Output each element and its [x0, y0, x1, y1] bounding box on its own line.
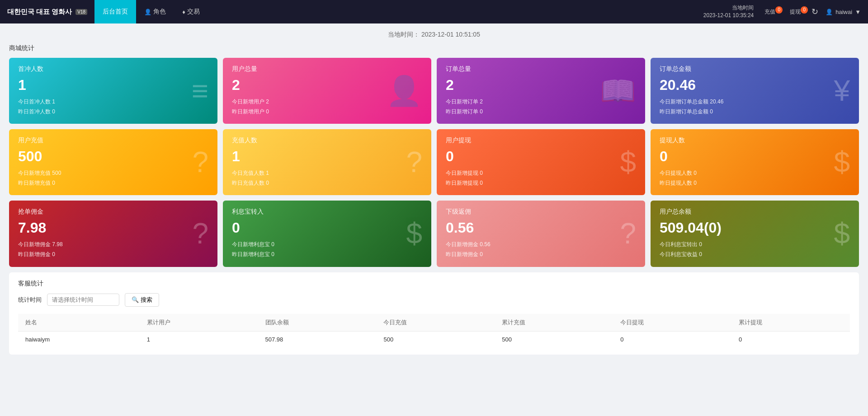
card-sub-order-amount: 今日新增订单总金额 20.46 昨日新增订单总金额 0 — [660, 97, 850, 117]
brand-name: 대한민국 대표 영화사 — [7, 8, 72, 16]
recharge-label: 充值 — [764, 8, 775, 16]
cs-table-header-cell: 今日提现 — [613, 314, 731, 332]
stat-cards-grid: 首冲人数 1 今日首冲人数 1 昨日首冲人数 0 ≡ 用户总量 2 今日新增用户… — [9, 58, 859, 267]
card-sub-lower-rebate: 今日新增佣金 0.56 昨日新增佣金 0 — [446, 240, 636, 259]
username: haiwai — [835, 9, 852, 15]
card-icon-user-withdraw: $ — [620, 145, 636, 179]
stat-card-recharge-count: 充值人数 1 今日充值人数 1 昨日充值人数 0 ? — [223, 129, 431, 195]
card-icon-total-users: 👤 — [386, 74, 422, 108]
cs-table-cell: 507.98 — [258, 331, 377, 347]
card-title-interest-transfer: 利息宝转入 — [232, 208, 422, 216]
card-icon-user-recharge: ? — [192, 145, 208, 179]
stat-card-total-orders: 订单总量 2 今日新增订单 2 昨日新增订单 0 📖 — [437, 58, 645, 124]
recharge-action[interactable]: 0 充值 — [761, 8, 779, 16]
stat-card-total-users: 用户总量 2 今日新增用户 2 昨日新增用户 0 👤 — [223, 58, 431, 124]
nav-item-dashboard[interactable]: 后台首页 — [94, 0, 136, 23]
cs-table-row: haiwaiym1507.9850050000 — [18, 331, 850, 347]
stat-card-withdraw-count: 提现人数 0 今日提现人数 0 昨日提现人数 0 $ — [651, 129, 859, 195]
cs-table-header-cell: 团队余额 — [258, 314, 377, 332]
card-value-lower-rebate: 0.56 — [446, 220, 636, 236]
stat-card-order-amount: 订单总金额 20.46 今日新增订单总金额 20.46 昨日新增订单总金额 0 … — [651, 58, 859, 124]
cs-table-head: 姓名累计用户团队余额今日充值累计充值今日提现累计提现 — [18, 314, 850, 332]
cs-table-cell: 0 — [731, 331, 850, 347]
card-value-recharge-count: 1 — [232, 148, 422, 165]
card-sub-grab-commission: 今日新增佣金 7.98 昨日新增佣金 0 — [18, 240, 208, 259]
user-info[interactable]: 👤 haiwai ▼ — [826, 9, 861, 15]
cs-controls: 统计时间 🔍 搜索 — [18, 293, 850, 307]
withdraw-action[interactable]: 0 提现 — [786, 8, 804, 16]
cs-table: 姓名累计用户团队余额今日充值累计充值今日提现累计提现 haiwaiym1507.… — [18, 314, 850, 347]
main-content: 当地时间： 2023-12-01 10:51:05 商城统计 首冲人数 1 今日… — [0, 23, 868, 362]
card-title-total-orders: 订单总量 — [446, 65, 636, 73]
card-value-first-charge: 1 — [18, 77, 208, 93]
stat-card-lower-rebate: 下级返佣 0.56 今日新增佣金 0.56 昨日新增佣金 0 ? — [437, 201, 645, 266]
card-title-user-withdraw: 用户提现 — [446, 136, 636, 145]
header: 대한민국 대표 영화사 V18 后台首页 👤 角色 ♦ 交易 当地时间 2023… — [0, 0, 868, 23]
nav-role-label: 角色 — [153, 8, 166, 16]
card-sub-user-recharge: 今日新增充值 500 昨日新增充值 0 — [18, 168, 208, 188]
card-icon-interest-transfer: $ — [406, 217, 422, 250]
nav-trade-label: 交易 — [187, 8, 200, 16]
stat-card-user-withdraw: 用户提现 0 今日新增提现 0 昨日新增提现 0 $ — [437, 129, 645, 195]
card-title-first-charge: 首冲人数 — [18, 65, 208, 73]
card-value-user-withdraw: 0 — [446, 148, 636, 165]
stat-card-total-balance: 用户总余额 509.04(0) 今日利息宝转出 0 今日利息宝收益 0 $ — [651, 201, 859, 266]
time-value: 2023-12-01 10:35:24 — [703, 12, 754, 19]
time-label: 当地时间 — [703, 4, 754, 12]
role-icon: 👤 — [144, 9, 151, 15]
nav-item-role[interactable]: 👤 角色 — [136, 0, 174, 23]
card-icon-lower-rebate: ? — [620, 217, 636, 250]
nav-dashboard-label: 后台首页 — [103, 8, 128, 16]
card-title-total-users: 用户总量 — [232, 65, 422, 73]
stat-card-interest-transfer: 利息宝转入 0 今日新增利息宝 0 昨日新增利息宝 0 $ — [223, 201, 431, 266]
cs-table-cell: 500 — [376, 331, 495, 347]
stat-card-user-recharge: 用户充值 500 今日新增充值 500 昨日新增充值 0 ? — [9, 129, 217, 195]
version-badge: V18 — [75, 9, 87, 15]
header-time: 当地时间 2023-12-01 10:35:24 — [703, 4, 754, 19]
local-time-label: 当地时间： — [388, 31, 420, 38]
dropdown-arrow-icon: ▼ — [855, 9, 861, 15]
stat-card-grab-commission: 抢单佣金 7.98 今日新增佣金 7.98 昨日新增佣金 0 ? — [9, 201, 217, 266]
main-nav: 后台首页 👤 角色 ♦ 交易 — [94, 0, 208, 23]
cs-table-cell: 500 — [495, 331, 613, 347]
card-sub-interest-transfer: 今日新增利息宝 0 昨日新增利息宝 0 — [232, 240, 422, 259]
cs-time-input[interactable] — [47, 294, 119, 306]
card-sub-user-withdraw: 今日新增提现 0 昨日新增提现 0 — [446, 168, 636, 188]
cs-table-cell: 1 — [140, 331, 258, 347]
cs-time-label: 统计时间 — [18, 296, 42, 304]
card-title-lower-rebate: 下级返佣 — [446, 208, 636, 216]
cs-table-header-cell: 今日充值 — [376, 314, 495, 332]
card-icon-withdraw-count: $ — [834, 145, 850, 179]
recharge-badge: 0 — [775, 6, 783, 14]
card-icon-total-orders: 📖 — [600, 74, 636, 108]
stat-card-first-charge: 首冲人数 1 今日首冲人数 1 昨日首冲人数 0 ≡ — [9, 58, 217, 124]
local-time-bar: 当地时间： 2023-12-01 10:51:05 — [9, 31, 859, 39]
user-avatar-icon: 👤 — [826, 9, 833, 15]
cs-table-body: haiwaiym1507.9850050000 — [18, 331, 850, 347]
search-icon: 🔍 — [132, 296, 139, 303]
card-sub-first-charge: 今日首冲人数 1 昨日首冲人数 0 — [18, 97, 208, 117]
card-value-total-balance: 509.04(0) — [660, 220, 850, 236]
cs-table-cell: haiwaiym — [18, 331, 140, 347]
card-title-order-amount: 订单总金额 — [660, 65, 850, 73]
nav-item-trade[interactable]: ♦ 交易 — [174, 0, 208, 23]
refresh-icon[interactable]: ↻ — [811, 7, 818, 17]
card-value-withdraw-count: 0 — [660, 148, 850, 165]
cs-table-header-row: 姓名累计用户团队余额今日充值累计充值今日提现累计提现 — [18, 314, 850, 332]
cs-table-header-cell: 累计用户 — [140, 314, 258, 332]
card-title-user-recharge: 用户充值 — [18, 136, 208, 145]
cs-search-button[interactable]: 🔍 搜索 — [125, 293, 159, 307]
card-icon-recharge-count: ? — [406, 145, 422, 179]
withdraw-badge: 0 — [801, 6, 808, 14]
card-title-total-balance: 用户总余额 — [660, 208, 850, 216]
cs-section: 客服统计 统计时间 🔍 搜索 姓名累计用户团队余额今日充值累计充值今日提现累计提… — [9, 272, 859, 355]
header-right: 当地时间 2023-12-01 10:35:24 0 充值 0 提现 ↻ 👤 h… — [703, 4, 861, 19]
cs-table-header-cell: 累计充值 — [495, 314, 613, 332]
card-sub-total-balance: 今日利息宝转出 0 今日利息宝收益 0 — [660, 240, 850, 259]
card-sub-recharge-count: 今日充值人数 1 昨日充值人数 0 — [232, 168, 422, 188]
withdraw-label: 提现 — [790, 8, 801, 16]
cs-table-header-cell: 累计提现 — [731, 314, 850, 332]
cs-search-label: 搜索 — [141, 296, 152, 304]
card-value-user-recharge: 500 — [18, 148, 208, 165]
card-title-withdraw-count: 提现人数 — [660, 136, 850, 145]
